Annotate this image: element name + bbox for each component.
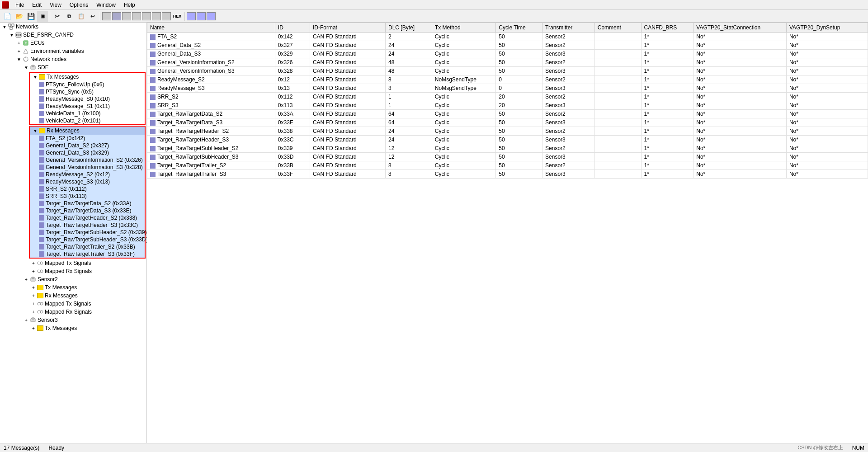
- expand-sde[interactable]: ▼: [23, 64, 30, 71]
- expand-sensor2-mapped-rx[interactable]: +: [30, 308, 37, 315]
- tb-view6[interactable]: [152, 12, 161, 20]
- tx-item-4[interactable]: VehicleData_1 (0x100): [30, 110, 145, 117]
- tb-new[interactable]: 📄: [2, 11, 13, 22]
- table-row[interactable]: Target_RawTargetData_S3 0x33E CAN FD Sta…: [147, 118, 868, 127]
- table-row[interactable]: Target_RawTargetHeader_S3 0x33C CAN FD S…: [147, 136, 868, 144]
- expand-sde-fsrr[interactable]: ▼: [8, 31, 15, 38]
- tree-network-nodes[interactable]: ▼ Network nodes: [0, 55, 146, 63]
- tree-env-vars[interactable]: + Environment variables: [0, 47, 146, 55]
- tx-item-2[interactable]: ReadyMessage_S0 (0x10): [30, 95, 145, 103]
- table-row[interactable]: Target_RawTargetData_S2 0x33A CAN FD Sta…: [147, 110, 868, 118]
- tb-view7[interactable]: [162, 12, 171, 20]
- menu-view[interactable]: View: [46, 1, 65, 9]
- menu-file[interactable]: File: [12, 1, 28, 9]
- tree-sensor2-mapped-rx[interactable]: + Mapped Rx Signals: [0, 308, 146, 316]
- col-header-comment[interactable]: Comment: [594, 23, 641, 33]
- menu-window[interactable]: Window: [93, 1, 119, 9]
- col-header-id[interactable]: ID: [275, 23, 310, 33]
- tb-g3[interactable]: [207, 12, 216, 20]
- tree-mapped-tx[interactable]: + Mapped Tx Signals: [0, 259, 146, 267]
- tb-cut[interactable]: ✂: [52, 11, 63, 22]
- col-header-format[interactable]: ID-Format: [310, 23, 385, 33]
- tb-g2[interactable]: [197, 12, 206, 20]
- tree-sde[interactable]: ▼ SDE: [0, 63, 146, 71]
- expand-rx[interactable]: ▼: [32, 127, 39, 134]
- tree-sensor2-tx[interactable]: + Tx Messages: [0, 283, 146, 292]
- table-row[interactable]: SRR_S3 0x113 CAN FD Standard 1 Cyclic 20…: [147, 101, 868, 110]
- rx-item-10[interactable]: Target_RawTargetData_S3 (0x33E): [30, 207, 145, 214]
- table-row[interactable]: Target_RawTargetTrailer_S2 0x33B CAN FD …: [147, 161, 868, 170]
- rx-item-14[interactable]: Target_RawTargetSubHeader_S3 (0x33D): [30, 236, 145, 243]
- tx-item-0[interactable]: PTSync_FollowUp (0x6): [30, 81, 145, 88]
- col-header-name[interactable]: Name: [147, 23, 275, 33]
- rx-item-15[interactable]: Target_RawTargetTrailer_S2 (0x33B): [30, 243, 145, 250]
- tree-sensor3-tx[interactable]: + Tx Messages: [0, 324, 146, 332]
- tb-open[interactable]: 📂: [14, 11, 24, 22]
- rx-item-2[interactable]: General_Data_S3 (0x329): [30, 149, 145, 156]
- tx-item-5[interactable]: VehicleData_2 (0x101): [30, 117, 145, 124]
- expand-sensor2-tx[interactable]: +: [30, 284, 37, 291]
- expand-sensor2[interactable]: +: [23, 276, 30, 283]
- tree-sde-fsrr[interactable]: ▼ DB SDE_FSRR_CANFD: [0, 31, 146, 39]
- table-row[interactable]: Target_RawTargetSubHeader_S2 0x339 CAN F…: [147, 144, 868, 153]
- menu-help[interactable]: Help: [120, 1, 139, 9]
- tb-btn4[interactable]: ▣: [37, 11, 48, 22]
- table-row[interactable]: Target_RawTargetSubHeader_S3 0x33D CAN F…: [147, 153, 868, 161]
- tree-sensor3[interactable]: + Sensor3: [0, 316, 146, 324]
- table-row[interactable]: General_VersionInformation_S2 0x326 CAN …: [147, 58, 868, 67]
- col-header-dlc[interactable]: DLC [Byte]: [386, 23, 432, 33]
- tree-sensor2-mapped-tx[interactable]: + Mapped Tx Signals: [0, 300, 146, 308]
- rx-item-7[interactable]: SRR_S2 (0x112): [30, 185, 145, 193]
- rx-item-9[interactable]: Target_RawTargetData_S2 (0x33A): [30, 200, 145, 207]
- menu-edit[interactable]: Edit: [28, 1, 45, 9]
- table-row[interactable]: FTA_S2 0x142 CAN FD Standard 2 Cyclic 50…: [147, 33, 868, 41]
- tree-networks[interactable]: ▼ Networks: [0, 23, 146, 31]
- table-row[interactable]: General_VersionInformation_S3 0x328 CAN …: [147, 67, 868, 75]
- rx-item-11[interactable]: Target_RawTargetHeader_S2 (0x338): [30, 214, 145, 221]
- rx-item-5[interactable]: ReadyMessage_S2 (0x12): [30, 171, 145, 178]
- tb-undo[interactable]: ↩: [87, 11, 98, 22]
- rx-item-12[interactable]: Target_RawTargetHeader_S3 (0x33C): [30, 221, 145, 229]
- rx-item-0[interactable]: FTA_S2 (0x142): [30, 135, 145, 142]
- rx-item-4[interactable]: General_VersionInformation_S3 (0x328): [30, 164, 145, 171]
- expand-mapped-tx[interactable]: +: [30, 259, 37, 267]
- tree-rx-messages[interactable]: ▼ Rx Messages: [30, 127, 145, 135]
- tree-mapped-rx[interactable]: + Mapped Rx Signals: [0, 267, 146, 275]
- tx-item-3[interactable]: ReadyMessage_S1 (0x11): [30, 103, 145, 110]
- tree-sensor2[interactable]: + Sensor2: [0, 275, 146, 283]
- rx-item-3[interactable]: General_VersionInformation_S2 (0x326): [30, 156, 145, 164]
- expand-networks[interactable]: ▼: [1, 23, 8, 30]
- rx-item-1[interactable]: General_Data_S2 (0x327): [30, 142, 145, 149]
- table-row[interactable]: Target_RawTargetTrailer_S3 0x33F CAN FD …: [147, 170, 868, 179]
- rx-item-13[interactable]: Target_RawTargetSubHeader_S2 (0x339): [30, 229, 145, 236]
- expand-sensor3-tx[interactable]: +: [30, 325, 37, 332]
- table-row[interactable]: General_Data_S2 0x327 CAN FD Standard 24…: [147, 41, 868, 50]
- expand-env[interactable]: +: [15, 47, 23, 55]
- tb-view5[interactable]: [142, 12, 151, 20]
- table-row[interactable]: ReadyMessage_S2 0x12 CAN FD Standard 8 N…: [147, 75, 868, 84]
- tb-view1[interactable]: [102, 12, 111, 20]
- tx-item-1[interactable]: PTSync_Sync (0x5): [30, 88, 145, 95]
- table-row[interactable]: General_Data_S3 0x329 CAN FD Standard 24…: [147, 50, 868, 58]
- rx-item-6[interactable]: ReadyMessage_S3 (0x13): [30, 178, 145, 185]
- col-header-transmitter[interactable]: Transmitter: [542, 23, 595, 33]
- col-header-txmethod[interactable]: Tx Method: [432, 23, 495, 33]
- tb-view2[interactable]: [112, 12, 121, 20]
- rx-item-8[interactable]: SRR_S3 (0x113): [30, 193, 145, 200]
- table-row[interactable]: Target_RawTargetHeader_S2 0x338 CAN FD S…: [147, 127, 868, 136]
- tree-tx-messages[interactable]: ▼ Tx Messages: [30, 73, 145, 81]
- menu-options[interactable]: Options: [66, 1, 92, 9]
- col-header-cycletime[interactable]: Cycle Time: [496, 23, 542, 33]
- expand-tx[interactable]: ▼: [32, 73, 39, 80]
- tb-save[interactable]: 💾: [25, 11, 36, 22]
- expand-sensor2-rx[interactable]: +: [30, 292, 37, 299]
- expand-nodes[interactable]: ▼: [15, 56, 23, 63]
- tb-paste[interactable]: 📋: [75, 11, 86, 22]
- table-row[interactable]: SRR_S2 0x112 CAN FD Standard 1 Cyclic 20…: [147, 93, 868, 101]
- tree-ecus[interactable]: + E ECUs: [0, 39, 146, 47]
- col-header-canfd-brs[interactable]: CANFD_BRS: [641, 23, 693, 33]
- tree-sensor2-rx[interactable]: + Rx Messages: [0, 292, 146, 300]
- tb-hex[interactable]: HEX: [172, 11, 183, 22]
- tb-view4[interactable]: [132, 12, 141, 20]
- expand-sensor2-mapped-tx[interactable]: +: [30, 300, 37, 307]
